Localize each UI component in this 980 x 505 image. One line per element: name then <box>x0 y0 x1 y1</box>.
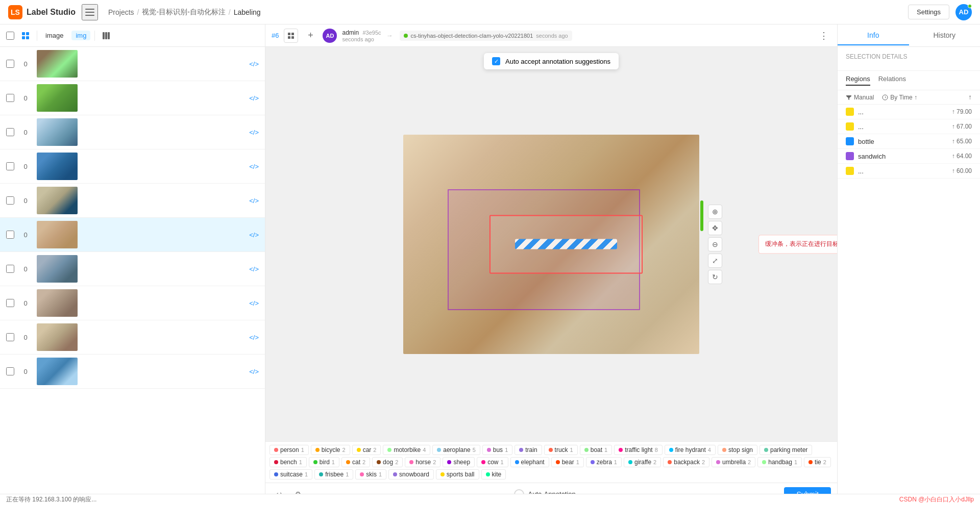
item-checkbox[interactable] <box>6 128 14 136</box>
tab-info[interactable]: Info <box>838 26 909 45</box>
item-code[interactable]: </> <box>249 94 259 102</box>
label-color-dot <box>722 448 726 452</box>
label-bird[interactable]: bird 1 <box>309 457 339 467</box>
label-train[interactable]: train <box>514 445 542 455</box>
item-code[interactable]: </> <box>249 129 259 136</box>
label-dog[interactable]: dog 2 <box>372 457 403 467</box>
label-color-dot <box>668 460 672 464</box>
list-item[interactable]: 0 </> <box>0 355 265 389</box>
label-sports-ball[interactable]: sports ball <box>436 469 479 479</box>
hamburger-button[interactable] <box>82 4 98 20</box>
label-motorbike[interactable]: motorbike 4 <box>383 445 430 455</box>
item-code[interactable]: </> <box>249 60 259 68</box>
label-bear[interactable]: bear 1 <box>551 457 584 467</box>
label-cat[interactable]: cat 2 <box>341 457 370 467</box>
avatar[interactable]: AD <box>955 4 972 20</box>
region-item[interactable]: bottle ↑ 65.00 <box>838 134 980 149</box>
list-item[interactable]: 0 </> <box>0 115 265 149</box>
rotate-button[interactable]: ↻ <box>708 270 722 284</box>
item-checkbox[interactable] <box>6 196 14 205</box>
list-item[interactable]: 0 </> <box>0 286 265 320</box>
item-code[interactable]: </> <box>249 197 259 205</box>
select-all-checkbox[interactable] <box>6 32 14 40</box>
header: LS Label Studio Projects / 视觉-目标识别-自动化标注… <box>0 0 980 24</box>
label-handbag[interactable]: handbag 1 <box>757 457 802 467</box>
item-checkbox[interactable] <box>6 265 14 273</box>
grid-btn[interactable] <box>284 29 298 43</box>
item-checkbox[interactable] <box>6 60 14 68</box>
item-code[interactable]: </> <box>249 334 259 341</box>
label-suitcase[interactable]: suitcase 1 <box>270 469 312 479</box>
item-code[interactable]: </> <box>249 299 259 307</box>
label-giraffe[interactable]: giraffe 2 <box>624 457 661 467</box>
label-text: boat <box>591 446 602 453</box>
tab-regions[interactable]: Regions <box>846 75 870 86</box>
label-traffic-light[interactable]: traffic light 8 <box>614 445 663 455</box>
add-annotation-button[interactable]: + <box>303 29 317 43</box>
list-item[interactable]: 0 </> <box>0 81 265 115</box>
label-bench[interactable]: bench 1 <box>270 457 307 467</box>
more-options-button[interactable]: ⋮ <box>817 29 831 43</box>
label-bus[interactable]: bus 1 <box>482 445 512 455</box>
auto-accept-checkbox[interactable]: ✓ <box>492 57 500 65</box>
project-link[interactable]: 视觉-目标识别-自动化标注 <box>142 8 225 17</box>
item-code[interactable]: </> <box>249 368 259 375</box>
label-cow[interactable]: cow 1 <box>477 457 508 467</box>
region-item[interactable]: ... ↑ 79.00 <box>838 105 980 119</box>
label-stop-sign[interactable]: stop sign <box>718 445 757 455</box>
label-kite[interactable]: kite <box>481 469 506 479</box>
zoom-out-button[interactable]: ⊖ <box>708 237 722 251</box>
region-item[interactable]: ... ↑ 67.00 <box>838 119 980 134</box>
manual-filter[interactable]: Manual <box>846 94 874 101</box>
columns-button[interactable] <box>99 29 113 43</box>
list-item[interactable]: 0 </> <box>0 184 265 218</box>
label-frisbee[interactable]: frisbee 1 <box>314 469 353 479</box>
img-badge[interactable]: img <box>71 31 90 40</box>
tab-relations[interactable]: Relations <box>878 75 906 86</box>
item-checkbox[interactable] <box>6 231 14 239</box>
item-code[interactable]: </> <box>249 163 259 170</box>
projects-link[interactable]: Projects <box>108 8 134 16</box>
region-item[interactable]: ... ↑ 60.00 <box>838 164 980 179</box>
sort-direction-button[interactable]: ↑ <box>968 93 972 101</box>
label-bicycle[interactable]: bicycle 2 <box>311 445 350 455</box>
label-sheep[interactable]: sheep <box>443 457 475 467</box>
label-backpack[interactable]: backpack 2 <box>663 457 709 467</box>
item-checkbox[interactable] <box>6 94 14 102</box>
label-car[interactable]: car 2 <box>352 445 381 455</box>
label-umbrella[interactable]: umbrella 2 <box>712 457 755 467</box>
grid-view-button[interactable] <box>18 29 33 43</box>
label-snowboard[interactable]: snowboard <box>388 469 434 479</box>
pan-button[interactable]: ✥ <box>708 221 722 235</box>
label-truck[interactable]: truck 1 <box>544 445 578 455</box>
label-horse[interactable]: horse 2 <box>405 457 440 467</box>
list-item[interactable]: 0 </> <box>0 252 265 286</box>
list-item[interactable]: 0 </> <box>0 320 265 355</box>
item-checkbox[interactable] <box>6 333 14 341</box>
item-code[interactable]: </> <box>249 231 259 239</box>
label-fire-hydrant[interactable]: fire hydrant 4 <box>665 445 716 455</box>
label-zebra[interactable]: zebra 1 <box>586 457 622 467</box>
label-person[interactable]: person 1 <box>270 445 309 455</box>
label-tie[interactable]: tie 2 <box>804 457 831 467</box>
fit-button[interactable]: ⤢ <box>708 254 722 268</box>
list-item-active[interactable]: 0 </> <box>0 218 265 252</box>
label-elephant[interactable]: elephant <box>510 457 549 467</box>
settings-button[interactable]: Settings <box>908 5 949 19</box>
list-item[interactable]: 0 </> <box>0 47 265 81</box>
item-checkbox[interactable] <box>6 299 14 307</box>
list-item[interactable]: 0 </> <box>0 149 265 184</box>
zoom-in-button[interactable]: ⊕ <box>708 205 722 219</box>
region-item[interactable]: sandwich ↑ 64.00 <box>838 149 980 164</box>
label-text: bench <box>280 459 297 466</box>
tab-history[interactable]: History <box>909 26 981 45</box>
label-boat[interactable]: boat 1 <box>580 445 612 455</box>
item-code[interactable]: </> <box>249 265 259 273</box>
item-checkbox[interactable] <box>6 367 14 375</box>
time-filter[interactable]: By Time ↑ <box>882 94 917 101</box>
item-checkbox[interactable] <box>6 162 14 170</box>
label-parking-meter[interactable]: parking meter <box>760 445 812 455</box>
label-count: 2 <box>702 459 705 465</box>
label-aeroplane[interactable]: aeroplane 5 <box>432 445 480 455</box>
label-skis[interactable]: skis 1 <box>355 469 386 479</box>
